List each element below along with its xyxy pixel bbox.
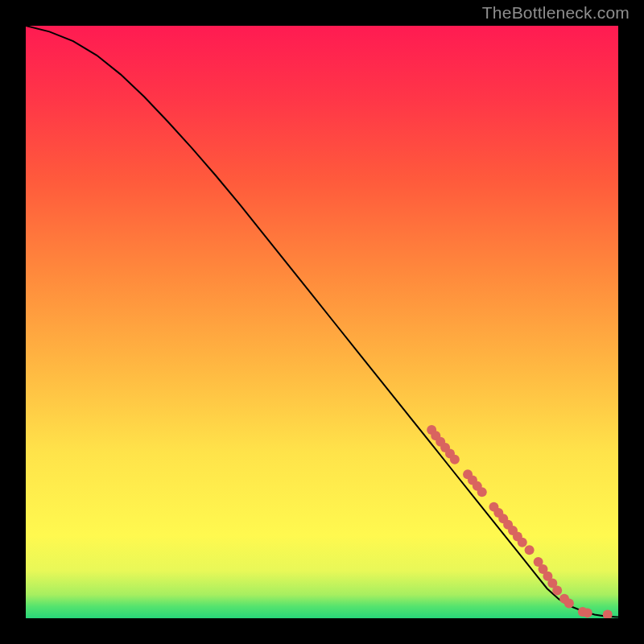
watermark-text: TheBottleneck.com xyxy=(482,3,630,23)
chart-frame: TheBottleneck.com xyxy=(0,0,644,644)
gradient-background xyxy=(26,26,618,618)
scatter-point xyxy=(477,487,487,497)
plot-area xyxy=(26,26,618,618)
scatter-point xyxy=(552,585,562,595)
scatter-point xyxy=(583,608,592,617)
chart-svg xyxy=(26,26,618,618)
scatter-point xyxy=(518,538,527,547)
scatter-point xyxy=(564,599,574,609)
scatter-point xyxy=(450,455,460,464)
scatter-point xyxy=(525,545,535,555)
